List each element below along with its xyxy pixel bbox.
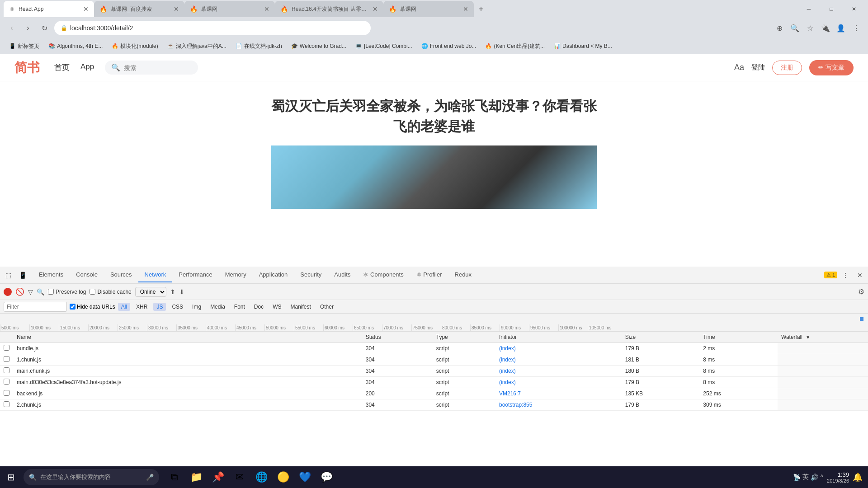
filter-other-button[interactable]: Other	[317, 303, 337, 311]
tab-memory[interactable]: Memory	[219, 267, 253, 282]
extension-icon[interactable]: 🔌	[819, 22, 832, 34]
tab-console[interactable]: Console	[70, 267, 104, 282]
bookmark-algorithms[interactable]: 📚 Algorithms, 4th E...	[45, 41, 106, 51]
zoom-icon[interactable]: 🔍	[788, 22, 801, 34]
col-type[interactable]: Type	[433, 332, 495, 343]
tab-audits[interactable]: Audits	[328, 267, 357, 282]
tab-5[interactable]: 🔥 幕课网 ✕	[383, 1, 474, 17]
bookmark-ken[interactable]: 🔥 (Ken Cen出品)建筑...	[481, 41, 548, 52]
start-button[interactable]: ⊞	[0, 466, 22, 488]
taskbar-search-bar[interactable]: 🔍 在这里输入你要搜索的内容 🎤	[24, 469, 159, 485]
tab-close-1[interactable]: ✕	[83, 5, 89, 13]
preserve-log-label[interactable]: Preserve log	[48, 289, 86, 295]
font-size-icon[interactable]: Aa	[734, 63, 744, 72]
bookmark-new-tab[interactable]: 📱 新标签页	[5, 41, 43, 52]
volume-tray-icon[interactable]: 🔊	[811, 474, 818, 481]
filter-js-button[interactable]: JS	[153, 303, 166, 311]
filter-css-button[interactable]: CSS	[169, 303, 186, 311]
edge-button[interactable]: 🌐	[251, 467, 271, 487]
filter-doc-button[interactable]: Doc	[251, 303, 267, 311]
new-tab-button[interactable]: +	[474, 2, 488, 16]
minimize-button[interactable]: ─	[798, 2, 819, 16]
tab-close-4[interactable]: ✕	[373, 5, 378, 13]
bookmark-module[interactable]: 🔥 模块化(module)	[108, 41, 161, 52]
filter-button[interactable]: ▽	[28, 288, 33, 296]
row-checkbox-0[interactable]	[4, 345, 9, 351]
bookmark-java[interactable]: ☕ 深入理解java中的A...	[164, 41, 230, 52]
network-tray-icon[interactable]: 📡	[793, 474, 801, 481]
inspect-icon[interactable]: ⬚	[2, 269, 14, 282]
notification-icon[interactable]: 🔔	[853, 472, 863, 482]
nav-app[interactable]: App	[80, 62, 94, 73]
star-icon[interactable]: ☆	[804, 22, 816, 34]
table-row[interactable]: bundle.js 304 script (index) 179 B 2 ms	[0, 343, 868, 354]
arrow-tray-icon[interactable]: ^	[820, 474, 823, 481]
row-checkbox-3[interactable]	[4, 379, 9, 385]
jianshu-search[interactable]: 🔍	[105, 61, 198, 75]
tab-2[interactable]: 🔥 幕课网_百度搜索 ✕	[94, 1, 184, 17]
table-row[interactable]: main.chunk.js 304 script (index) 180 B 8…	[0, 366, 868, 377]
tab-sources[interactable]: Sources	[104, 267, 138, 282]
col-size[interactable]: Size	[622, 332, 700, 343]
address-input[interactable]: 🔒 localhost:3000/detail/2	[54, 21, 371, 35]
row-checkbox-4[interactable]	[4, 390, 9, 396]
clear-button[interactable]: 🚫	[15, 287, 24, 296]
tab-1[interactable]: ⚛ React App ✕	[4, 1, 94, 17]
tab-network[interactable]: Network	[138, 267, 173, 282]
filter-all-button[interactable]: All	[118, 303, 130, 311]
taskbar-clock[interactable]: 1:39 2019/8/26	[827, 471, 849, 483]
chrome-button[interactable]: 🟡	[273, 467, 293, 487]
devtools-more-icon[interactable]: ⋮	[839, 269, 852, 282]
network-table[interactable]: Name Status Type Initiator Size Time Wat…	[0, 332, 868, 488]
filter-font-button[interactable]: Font	[231, 303, 248, 311]
search-network-button[interactable]: 🔍	[37, 288, 44, 296]
bookmark-leetcode[interactable]: 💻 [LeetCode] Combi...	[352, 41, 416, 51]
tab-security[interactable]: Security	[294, 267, 328, 282]
filter-input[interactable]	[4, 302, 67, 312]
device-icon[interactable]: 📱	[16, 269, 29, 282]
preserve-log-checkbox[interactable]	[48, 289, 54, 295]
table-row[interactable]: 1.chunk.js 304 script (index) 181 B 8 ms	[0, 354, 868, 366]
keyboard-tray-icon[interactable]: 英	[802, 473, 809, 481]
write-button[interactable]: ✏ 写文章	[809, 60, 854, 75]
disable-cache-label[interactable]: Disable cache	[90, 289, 131, 295]
translate-icon[interactable]: ⊕	[773, 22, 786, 34]
register-button[interactable]: 注册	[772, 61, 802, 75]
tab-4[interactable]: 🔥 React16.4开发简书项目 从零基础 ✕	[275, 1, 383, 17]
row-checkbox-1[interactable]	[4, 356, 9, 362]
filter-ws-button[interactable]: WS	[269, 303, 284, 311]
hide-data-urls-checkbox[interactable]	[70, 304, 75, 310]
row-checkbox-5[interactable]	[4, 401, 9, 407]
tab-performance[interactable]: Performance	[172, 267, 218, 282]
wechat-button[interactable]: 💬	[316, 467, 336, 487]
tab-profiler[interactable]: ⚛ Profiler	[410, 267, 448, 282]
pin-button[interactable]: 📌	[208, 467, 228, 487]
filter-media-button[interactable]: Media	[207, 303, 228, 311]
col-name[interactable]: Name	[13, 332, 362, 343]
jianshu-logo[interactable]: 简书	[14, 59, 40, 76]
menu-icon[interactable]: ⋮	[850, 22, 863, 34]
back-button[interactable]: ‹	[5, 22, 18, 34]
login-button[interactable]: 登陆	[751, 63, 765, 72]
col-time[interactable]: Time	[699, 332, 778, 343]
filter-manifest-button[interactable]: Manifest	[288, 303, 314, 311]
search-input[interactable]	[124, 64, 192, 71]
export-icon[interactable]: ⬇	[179, 288, 184, 296]
tab-application[interactable]: Application	[253, 267, 294, 282]
tab-elements[interactable]: Elements	[33, 267, 70, 282]
table-row[interactable]: 2.chunk.js 304 script bootstrap:855 179 …	[0, 399, 868, 411]
microphone-icon[interactable]: 🎤	[146, 474, 154, 481]
warning-badge[interactable]: ⚠ 1	[824, 272, 837, 278]
profile-icon[interactable]: 👤	[835, 22, 847, 34]
reload-button[interactable]: ↻	[38, 22, 51, 34]
col-waterfall[interactable]: Waterfall ▼	[778, 332, 868, 343]
filter-img-button[interactable]: Img	[189, 303, 204, 311]
mail-button[interactable]: ✉	[230, 467, 250, 487]
col-initiator[interactable]: Initiator	[495, 332, 622, 343]
vscode-button[interactable]: 💙	[295, 467, 315, 487]
bookmark-gradle[interactable]: 🎓 Welcome to Grad...	[288, 41, 350, 51]
bookmark-frontend[interactable]: 🌐 Front end web Jo...	[418, 41, 480, 51]
tab-3[interactable]: 🔥 幕课网 ✕	[184, 1, 275, 17]
throttle-dropdown[interactable]: Online	[135, 287, 166, 297]
filter-xhr-button[interactable]: XHR	[133, 303, 151, 311]
